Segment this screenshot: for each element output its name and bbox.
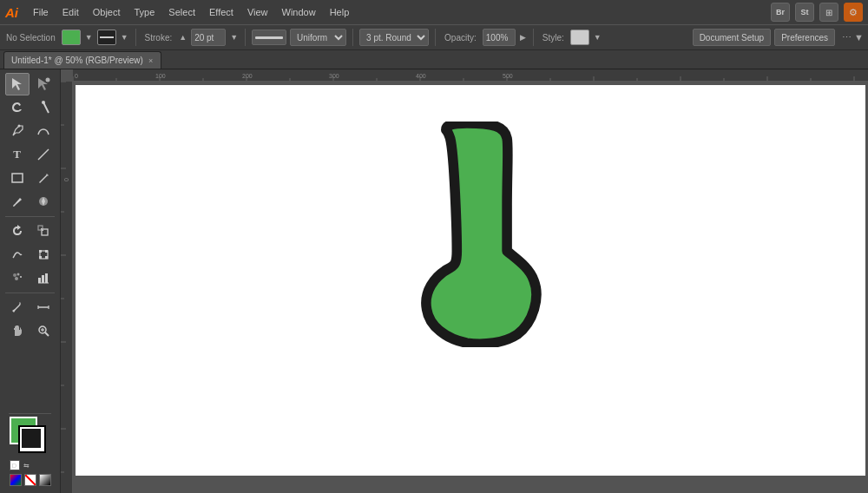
swap-colors-btn[interactable]: ⇆ <box>22 460 32 470</box>
svg-text:100: 100 <box>155 73 166 79</box>
column-graph-tool[interactable] <box>31 266 56 289</box>
bridge-icon[interactable]: Br <box>771 3 790 22</box>
tool-row-rotate <box>2 220 58 242</box>
menu-window[interactable]: Window <box>276 5 322 19</box>
lasso-tool[interactable] <box>5 96 30 119</box>
style-dropdown[interactable]: ▼ <box>593 33 602 42</box>
main-area: T <box>0 69 868 493</box>
stroke-up[interactable]: ▲ <box>178 33 187 42</box>
stroke-label: Stroke: <box>142 33 175 43</box>
document-tab[interactable]: Untitled-1* @ 50% (RGB/Preview) × <box>3 51 161 69</box>
stroke-profile-select[interactable]: Uniform Width Profile 1 <box>290 29 346 46</box>
app-logo: Ai <box>5 5 18 20</box>
pencil-tool[interactable] <box>31 167 56 189</box>
search-icon[interactable]: ⚙ <box>844 3 863 22</box>
stroke-color-box[interactable] <box>97 30 116 45</box>
curvature-tool[interactable] <box>31 120 56 142</box>
opacity-input[interactable] <box>483 29 516 46</box>
style-label: Style: <box>540 33 567 43</box>
menu-edit[interactable]: Edit <box>56 5 85 19</box>
divider-2 <box>245 29 246 46</box>
ruler-top: 0 100 200 300 400 500 <box>73 69 868 82</box>
none-icon[interactable] <box>24 474 36 486</box>
toolbox-bottom: D ⇆ <box>2 407 58 490</box>
tab-close-btn[interactable]: × <box>148 56 154 65</box>
gradient-icon[interactable] <box>39 474 51 486</box>
svg-point-5 <box>17 125 20 128</box>
color-mode-icons <box>5 474 55 486</box>
tab-title: Untitled-1* @ 50% (RGB/Preview) <box>11 56 143 65</box>
menu-file[interactable]: File <box>27 5 55 19</box>
menu-object[interactable]: Object <box>87 5 127 19</box>
paintbrush-tool[interactable] <box>5 190 30 213</box>
svg-rect-21 <box>38 278 41 283</box>
svg-text:200: 200 <box>242 73 253 79</box>
divider-5 <box>533 29 534 46</box>
pen-tool[interactable] <box>5 120 30 142</box>
divider-1 <box>135 29 136 46</box>
menu-type[interactable]: Type <box>128 5 161 19</box>
hand-tool[interactable] <box>5 319 30 342</box>
menu-effect[interactable]: Effect <box>203 5 240 19</box>
symbol-sprayer-tool[interactable] <box>5 266 30 289</box>
menu-view[interactable]: View <box>241 5 274 19</box>
svg-rect-14 <box>45 250 48 253</box>
tool-row-shapes <box>2 167 58 189</box>
doc-setup-button[interactable]: Document Setup <box>693 29 772 46</box>
svg-rect-22 <box>42 275 44 283</box>
svg-rect-13 <box>39 250 42 253</box>
tool-row-select <box>2 73 58 95</box>
tool-row-type: T <box>2 143 58 166</box>
stroke-down[interactable]: ▼ <box>229 33 239 42</box>
zoom-tool[interactable] <box>31 319 56 342</box>
type-tool[interactable]: T <box>5 143 30 166</box>
divider-3 <box>352 29 353 46</box>
svg-line-3 <box>43 102 49 113</box>
svg-text:0: 0 <box>75 73 78 79</box>
stock-icon[interactable]: St <box>795 3 814 22</box>
stroke-value-input[interactable] <box>191 29 226 46</box>
opacity-more[interactable]: ▶ <box>519 33 527 42</box>
blob-brush-tool[interactable] <box>31 190 56 213</box>
preferences-button[interactable]: Preferences <box>774 29 835 46</box>
svg-rect-16 <box>39 256 42 259</box>
free-transform-tool[interactable] <box>31 243 56 266</box>
divider-4 <box>435 29 436 46</box>
stroke-cap-select[interactable]: 3 pt. Round 1 pt. Flat <box>359 29 429 46</box>
tool-row-zoom <box>2 319 58 342</box>
color-icon[interactable] <box>10 474 22 486</box>
scale-tool[interactable] <box>31 220 56 242</box>
menu-select[interactable]: Select <box>162 5 201 19</box>
stroke-preview[interactable] <box>252 30 286 45</box>
svg-rect-7 <box>12 174 23 182</box>
stroke-dropdown[interactable]: ▼ <box>120 33 129 42</box>
svg-point-18 <box>16 273 19 276</box>
tool-row-pen <box>2 120 58 142</box>
measure-tool[interactable] <box>31 296 56 319</box>
style-color-box[interactable] <box>570 30 589 45</box>
rect-tool[interactable] <box>5 167 30 189</box>
rotate-tool[interactable] <box>5 220 30 242</box>
fill-dropdown[interactable]: ▼ <box>84 33 94 42</box>
warp-tool[interactable] <box>5 243 30 266</box>
svg-point-17 <box>13 273 16 277</box>
default-colors-btn[interactable]: D <box>10 460 20 470</box>
direct-select-tool[interactable] <box>31 73 56 95</box>
tool-row-lasso <box>2 96 58 119</box>
menu-help[interactable]: Help <box>324 5 356 19</box>
select-tool[interactable] <box>5 73 30 95</box>
magic-wand-tool[interactable] <box>31 96 56 119</box>
svg-point-4 <box>42 101 45 104</box>
stroke-swatch[interactable] <box>18 425 46 453</box>
eyedropper-tool[interactable] <box>5 296 30 319</box>
svg-text:0: 0 <box>63 178 69 181</box>
tool-row-warp <box>2 243 58 266</box>
workspace-icon[interactable]: ⊞ <box>819 3 838 22</box>
toolbox-divider-2 <box>5 293 55 293</box>
svg-text:400: 400 <box>416 73 426 79</box>
fill-color-box[interactable] <box>62 30 81 45</box>
menu-bar: Ai File Edit Object Type Select Effect V… <box>0 0 868 24</box>
line-segment-tool[interactable] <box>31 143 56 166</box>
ruler-left: 0 <box>61 82 73 493</box>
more-btn[interactable]: ⋯ ▼ <box>841 32 865 43</box>
